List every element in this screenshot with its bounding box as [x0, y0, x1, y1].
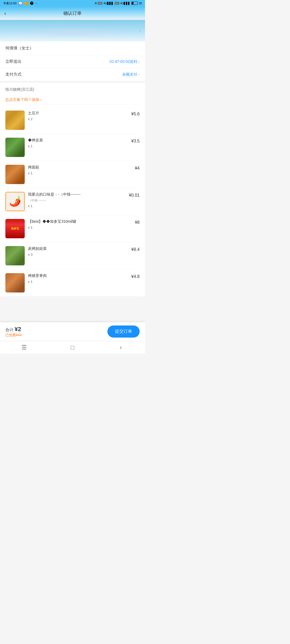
item-price: ¥4.8	[131, 273, 140, 279]
navigation-bar: ☰ □ ‹	[0, 341, 145, 354]
hero-banner: ›	[0, 20, 145, 41]
item-quantity: x 1	[28, 280, 128, 284]
battery-percent: 30	[139, 2, 142, 5]
payment-label: 支付方式	[5, 72, 21, 77]
page-title: 确认订单	[63, 10, 82, 16]
payment-value-container: 余额支付 ›	[122, 72, 140, 77]
item-name: 我要点的口味是：-（中辣--------	[28, 192, 126, 197]
status-left: 半夜12:50 💬 🟠 🅣 ···	[3, 1, 38, 5]
signal-4g: 4G▋▋▋	[103, 2, 113, 5]
item-price: ¥4	[135, 165, 140, 171]
item-image-gluten	[5, 165, 25, 184]
delivery-row[interactable]: 立即送出 01:47-02:02送到 ›	[0, 55, 145, 68]
item-info: 炭烤娃娃菜 x 3	[28, 246, 128, 257]
nav-back-button[interactable]: ‹	[113, 341, 129, 354]
delivery-time: 01:47-02:02送到	[110, 59, 137, 64]
item-name: 【best】◆◆加多宝310ml/罐	[28, 219, 132, 224]
hero-arrow-icon: ›	[139, 28, 141, 34]
item-quantity: x 1	[28, 171, 132, 175]
restaurant-section: 悟川烧烤(滨江店) 忘点主食了吗？添加 › 土豆片 x 2 ¥5.6 ◆烤韭菜 …	[0, 83, 145, 297]
item-info: ◆烤韭菜 x 1	[28, 138, 128, 148]
recipient-name: 何倩倩（女士）	[5, 46, 34, 50]
total-line: 合计 ¥2	[5, 326, 107, 333]
hd-badge-2: HD	[115, 2, 119, 5]
item-info: 烤猪里脊肉 x 1	[28, 273, 128, 284]
drink-label: 加多宝	[11, 227, 19, 230]
app-icon-1: 🟠	[24, 1, 28, 5]
status-time: 半夜12:50	[3, 1, 17, 5]
item-info: 【best】◆◆加多宝310ml/罐 x 1	[28, 219, 132, 229]
item-price: ¥3.5	[131, 138, 140, 144]
order-item: 炭烤娃娃菜 x 3 ¥8.4	[5, 242, 140, 269]
item-info: 土豆片 x 2	[28, 111, 128, 121]
delivery-label: 立即送出	[5, 59, 21, 64]
status-bar: 半夜12:50 💬 🟠 🅣 ··· ⧉ HD 4G▋▋▋ HD 4G▋▋▋ 30	[0, 0, 145, 6]
order-item: 加多宝 【best】◆◆加多宝310ml/罐 x 1 ¥8	[5, 215, 140, 242]
item-quantity: x 3	[28, 253, 128, 257]
order-item: 🌶️ 我要点的口味是：-（中辣-------- （中辣-------- x 1 …	[5, 188, 140, 215]
item-name: 土豆片	[28, 111, 128, 116]
item-price: ¥5.6	[131, 111, 140, 116]
page-header: ‹ 确认订单	[0, 6, 145, 20]
item-price: ¥8.4	[131, 246, 140, 252]
info-section: 立即送出 01:47-02:02送到 › 支付方式 余额支付 ›	[0, 55, 145, 81]
item-image-spicy: 🌶️	[5, 192, 25, 211]
item-name: 炭烤娃娃菜	[28, 246, 128, 251]
delivery-chevron: ›	[138, 60, 140, 64]
order-item: 烤面筋 x 1 ¥4	[5, 161, 140, 188]
item-name: ◆烤韭菜	[28, 138, 128, 143]
item-name: 烤面筋	[28, 165, 132, 170]
item-info: 烤面筋 x 1	[28, 165, 132, 175]
payment-method: 余额支付	[122, 72, 137, 77]
status-right: ⧉ HD 4G▋▋▋ HD 4G▋▋▋ 30	[95, 2, 142, 5]
item-quantity: x 1	[28, 204, 126, 208]
hd-badge: HD	[98, 2, 102, 5]
item-name: 烤猪里脊肉	[28, 273, 128, 279]
item-image-drink: 加多宝	[5, 219, 25, 238]
delivery-value-container: 01:47-02:02送到 ›	[110, 59, 140, 64]
order-item: ◆烤韭菜 x 1 ¥3.5	[5, 134, 140, 161]
screen-icon: ⧉	[95, 2, 97, 5]
item-info: 我要点的口味是：-（中辣-------- （中辣-------- x 1	[28, 192, 126, 208]
payment-chevron: ›	[138, 72, 140, 77]
item-quantity: x 2	[28, 117, 128, 121]
hero-decoration	[0, 23, 145, 41]
menu-icon: ☰	[21, 344, 27, 351]
payment-row[interactable]: 支付方式 余额支付 ›	[0, 68, 145, 81]
battery-indicator	[131, 2, 138, 5]
item-price: ¥8	[135, 219, 140, 225]
home-icon: □	[71, 344, 74, 351]
item-sub: （中辣--------	[28, 198, 126, 203]
add-staple-banner[interactable]: 忘点主食了吗？添加 ›	[5, 95, 140, 105]
discount-line: 已优惠¥44	[5, 333, 107, 338]
add-staple-arrow-icon: ›	[40, 98, 42, 102]
item-quantity: x 1	[28, 144, 128, 148]
nav-menu-button[interactable]: ☰	[16, 341, 32, 354]
total-price: ¥2	[15, 326, 21, 332]
item-image-pork	[5, 273, 25, 292]
more-icon: ···	[35, 2, 38, 5]
wechat-icon: 💬	[18, 1, 23, 5]
item-price: ¥0.01	[129, 192, 140, 198]
item-image-leek	[5, 138, 25, 157]
back-button[interactable]: ‹	[4, 10, 6, 16]
order-item: 烤猪里脊肉 x 1 ¥4.8	[5, 269, 140, 297]
battery-fill	[132, 2, 133, 4]
total-section: 合计 ¥2 已优惠¥44	[5, 326, 107, 338]
nav-home-button[interactable]: □	[64, 341, 81, 354]
total-label: 合计	[5, 327, 13, 332]
submit-order-button[interactable]: 提交订单	[107, 325, 140, 338]
item-image-cabbage	[5, 246, 25, 265]
address-card: 何倩倩（女士）	[0, 41, 145, 55]
item-image-potato	[5, 111, 25, 130]
mascot-icon: 🌶️	[9, 196, 21, 207]
signal-4g-2: 4G▋▋▋	[120, 2, 130, 5]
add-staple-text: 忘点主食了吗？添加	[5, 97, 39, 102]
app-icon-2: 🅣	[30, 1, 34, 5]
restaurant-name: 悟川烧烤(滨江店)	[5, 87, 140, 92]
spacer	[0, 301, 145, 322]
bottom-bar: 合计 ¥2 已优惠¥44 提交订单	[0, 322, 145, 341]
order-item: 土豆片 x 2 ¥5.6	[5, 107, 140, 134]
item-quantity: x 1	[28, 225, 132, 229]
back-nav-icon: ‹	[120, 344, 122, 351]
